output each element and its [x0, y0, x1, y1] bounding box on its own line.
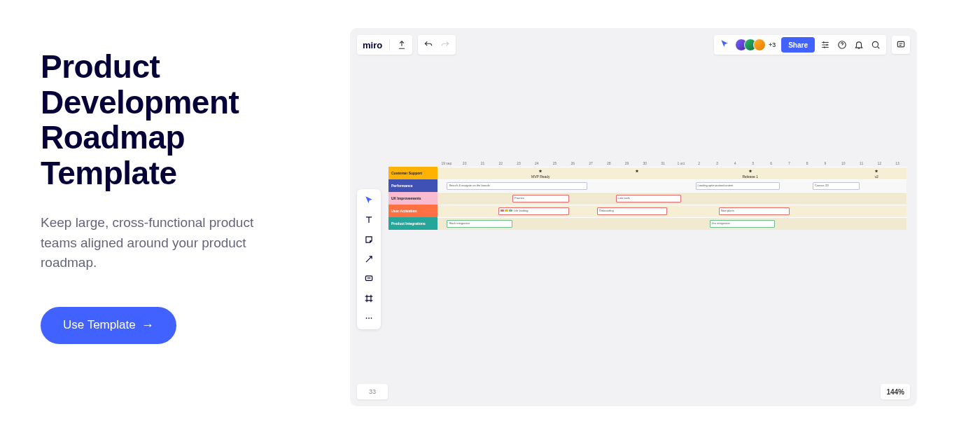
- search-icon[interactable]: [871, 40, 881, 50]
- cursor-pointer-icon[interactable]: [720, 39, 729, 51]
- date-tick: 8: [798, 161, 816, 165]
- miro-board-preview: miro: [350, 28, 917, 406]
- date-tick: 6: [762, 161, 780, 165]
- date-tick: 24: [528, 161, 546, 165]
- roadmap-task[interactable]: Jira integration: [710, 220, 776, 228]
- roadmap-canvas[interactable]: 19 sep2021222324252627282930311 oct23456…: [388, 161, 906, 230]
- date-tick: 11: [853, 161, 871, 165]
- zoom-value: 144%: [886, 388, 904, 396]
- date-tick: 27: [582, 161, 600, 165]
- frame-tool-icon[interactable]: [363, 293, 374, 304]
- roadmap-task[interactable]: Frames: [512, 195, 568, 202]
- roadmap-task[interactable]: Line tools: [616, 195, 682, 202]
- text-tool-icon[interactable]: [363, 214, 374, 226]
- roadmap-task[interactable]: New plans: [719, 207, 790, 215]
- date-axis: 19 sep2021222324252627282930311 oct23456…: [438, 161, 906, 165]
- row-label: Performance: [388, 179, 438, 192]
- date-tick: 19 sep: [438, 161, 456, 165]
- date-tick: 23: [510, 161, 528, 165]
- tool-palette: [357, 189, 381, 329]
- date-tick: 20: [456, 161, 474, 165]
- row-customer-support: Customer Support MVP ReadyRelease 1v2: [388, 167, 906, 179]
- date-tick: 25: [546, 161, 564, 165]
- use-template-button[interactable]: Use Template →: [41, 307, 176, 344]
- share-button[interactable]: Share: [781, 37, 815, 53]
- milestone-marker[interactable]: Release 1: [743, 169, 759, 179]
- cta-label: Use Template: [63, 318, 136, 332]
- date-tick: 2: [690, 161, 708, 165]
- date-tick: 9: [816, 161, 834, 165]
- roadmap-task[interactable]: Onboarding: [597, 207, 668, 215]
- svg-point-5: [368, 317, 370, 319]
- row-performance: Performance Search & navigate on the boa…: [388, 179, 906, 192]
- avatar-overflow-count[interactable]: +3: [769, 41, 776, 48]
- row-label: UX Improvements: [388, 192, 438, 205]
- miro-logo: miro: [363, 40, 382, 50]
- undo-redo-group[interactable]: [418, 35, 456, 55]
- help-icon[interactable]: [837, 40, 847, 50]
- select-tool-icon[interactable]: [363, 195, 374, 206]
- roadmap-task[interactable]: Life landing: [498, 207, 569, 215]
- date-tick: 5: [744, 161, 762, 165]
- row-ux: UX Improvements FramesLine tools: [388, 192, 906, 205]
- roadmap-task[interactable]: Canvas 2D: [813, 182, 860, 190]
- row-integrations: Product Integrations Slack integrationJi…: [388, 217, 906, 230]
- milestone-marker[interactable]: MVP Ready: [531, 169, 550, 179]
- page-number: 33: [369, 388, 376, 395]
- svg-point-1: [872, 41, 878, 47]
- page-subhead: Keep large, cross-functional product tea…: [41, 213, 293, 273]
- date-tick: 10: [834, 161, 853, 165]
- page-headline: Product Development Roadmap Template: [41, 49, 301, 191]
- milestone-marker[interactable]: v2: [874, 169, 879, 179]
- avatar[interactable]: [753, 39, 766, 51]
- date-tick: 13: [888, 161, 906, 165]
- date-tick: 21: [474, 161, 492, 165]
- more-tools-icon[interactable]: [363, 312, 374, 324]
- zoom-indicator[interactable]: 144%: [881, 384, 910, 399]
- export-icon[interactable]: [397, 40, 407, 50]
- undo-icon[interactable]: [424, 40, 433, 50]
- date-tick: 7: [780, 161, 799, 165]
- arrow-right-icon: →: [141, 318, 154, 333]
- bell-icon[interactable]: [854, 40, 864, 50]
- date-tick: 26: [564, 161, 582, 165]
- date-tick: 30: [636, 161, 654, 165]
- row-user-activation: User Activation Life landingOnboardingNe…: [388, 205, 906, 217]
- arrow-tool-icon[interactable]: [363, 254, 374, 265]
- comment-tool-icon[interactable]: [363, 273, 374, 284]
- collab-group: +3 Share: [714, 35, 886, 55]
- date-tick: 4: [726, 161, 744, 165]
- avatar-stack[interactable]: +3: [735, 39, 776, 51]
- roadmap-task[interactable]: Slack integration: [447, 220, 512, 228]
- date-tick: 31: [654, 161, 672, 165]
- svg-point-6: [371, 317, 372, 319]
- comments-button[interactable]: [892, 36, 910, 54]
- milestone-marker[interactable]: [634, 169, 640, 174]
- row-label: User Activation: [388, 205, 438, 217]
- roadmap-task[interactable]: Loading optimization/content: [696, 182, 780, 190]
- page-navigator[interactable]: 33: [357, 384, 388, 399]
- logo-group[interactable]: miro: [357, 35, 412, 55]
- date-tick: 1 oct: [672, 161, 690, 165]
- svg-rect-2: [897, 41, 904, 47]
- roadmap-task[interactable]: Search & navigate on the boards: [447, 182, 587, 190]
- row-label: Product Integrations: [388, 217, 438, 230]
- date-tick: 22: [491, 161, 510, 165]
- settings-sliders-icon[interactable]: [820, 40, 830, 50]
- date-tick: 29: [618, 161, 636, 165]
- svg-point-4: [366, 317, 368, 319]
- date-tick: 12: [870, 161, 888, 165]
- date-tick: 3: [708, 161, 726, 165]
- row-label: Customer Support: [388, 167, 438, 179]
- redo-icon[interactable]: [440, 40, 450, 50]
- date-tick: 28: [600, 161, 618, 165]
- sticky-note-tool-icon[interactable]: [363, 234, 374, 245]
